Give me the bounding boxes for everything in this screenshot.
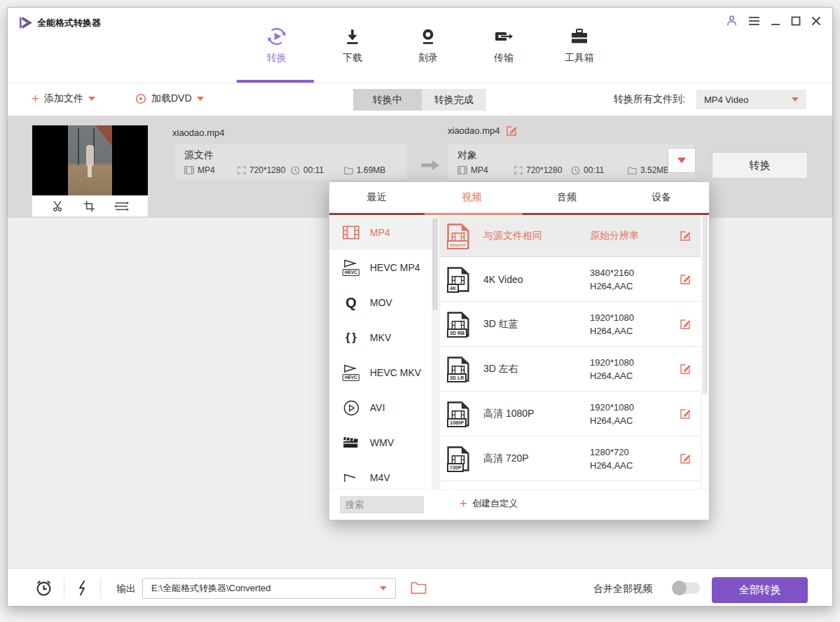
app-title: 全能格式转换器 bbox=[37, 17, 101, 29]
format-list-scrollbar[interactable] bbox=[432, 215, 439, 489]
effects-sliders-icon[interactable] bbox=[114, 200, 129, 212]
create-custom-button[interactable]: + 创建自定义 bbox=[460, 497, 518, 510]
format-item-mov[interactable]: Q MOV bbox=[329, 285, 432, 320]
nav-tab-convert-label: 转换 bbox=[267, 52, 287, 64]
output-label: 输出 bbox=[116, 583, 136, 595]
divider bbox=[100, 579, 101, 597]
popup-tab-recent[interactable]: 最近 bbox=[329, 182, 425, 213]
film-icon bbox=[457, 166, 467, 174]
clock-icon bbox=[291, 166, 300, 175]
target-info-panel: 对象 MP4 720*1280 bbox=[448, 144, 694, 179]
menu-icon[interactable] bbox=[748, 16, 760, 26]
source-size: 1.69MB bbox=[344, 165, 397, 175]
nav-tab-download-label: 下载 bbox=[343, 52, 362, 64]
nav-tab-transfer[interactable]: 传输 bbox=[476, 25, 532, 64]
merge-videos-label: 合并全部视频 bbox=[593, 583, 652, 595]
popup-footer: + 创建自定义 bbox=[329, 489, 709, 520]
tab-converted[interactable]: 转换完成 bbox=[422, 89, 486, 111]
edit-preset-icon[interactable] bbox=[680, 408, 701, 420]
schedule-alarm-icon[interactable] bbox=[34, 579, 53, 597]
bottom-bar: 输出 E:\全能格式转换器\Converted 合并全部视频 全部转换 bbox=[8, 568, 832, 606]
quicktime-q-icon: Q bbox=[340, 291, 362, 314]
rename-edit-icon[interactable] bbox=[506, 125, 518, 137]
nav-tab-burn-label: 刻录 bbox=[418, 52, 438, 64]
convert-all-button[interactable]: 全部转换 bbox=[712, 577, 808, 603]
thumbnail-toolbar bbox=[32, 195, 148, 216]
target-file-name-row: xiaodao.mp4 bbox=[448, 125, 518, 137]
minimize-icon[interactable] bbox=[771, 16, 780, 26]
format-item-hevc-mkv[interactable]: HEVC HEVC MKV bbox=[329, 355, 432, 390]
preset-row-same-as-source[interactable]: source 与源文件相同 原始分辨率 bbox=[440, 215, 701, 257]
format-picker-popup: 最近 视频 音频 设备 MP4 HEVC HEVC MP4 bbox=[329, 181, 710, 520]
close-icon[interactable] bbox=[811, 16, 821, 26]
output-path-caret-icon bbox=[380, 586, 387, 590]
nav-tab-download[interactable]: 下载 bbox=[324, 25, 380, 64]
preset-row-4k[interactable]: 4K 4K Video 3840*2160H264,AAC bbox=[440, 257, 701, 302]
nav-tab-convert[interactable]: 转换 bbox=[249, 25, 305, 64]
add-file-label: 添加文件 bbox=[44, 92, 83, 105]
transfer-icon bbox=[494, 25, 514, 48]
format-item-hevc-mp4[interactable]: HEVC HEVC MP4 bbox=[329, 250, 432, 285]
convert-button[interactable]: 转换 bbox=[712, 152, 808, 179]
scrollbar-thumb[interactable] bbox=[432, 218, 438, 310]
maximize-icon[interactable] bbox=[791, 16, 801, 26]
format-item-wmv[interactable]: WMV bbox=[329, 425, 432, 460]
edit-preset-icon[interactable] bbox=[680, 318, 701, 330]
nav-tab-toolbox[interactable]: 工具箱 bbox=[551, 25, 607, 64]
convert-all-to-select[interactable]: MP4 Video bbox=[696, 90, 806, 109]
preset-row-3d-lr[interactable]: 3D LR 3D 左右 1920*1080H264,AAC bbox=[440, 347, 701, 392]
toolbox-icon bbox=[570, 25, 589, 48]
preset-row-1080p[interactable]: 1080P 高清 1080P 1920*1080H264,AAC bbox=[440, 392, 701, 436]
source-duration: 00:11 bbox=[291, 165, 344, 175]
film-icon bbox=[184, 166, 194, 174]
convert-all-to-label: 转换所有文件到: bbox=[614, 93, 685, 106]
format-item-m4v[interactable]: M4V bbox=[329, 460, 432, 489]
format-item-mp4[interactable]: MP4 bbox=[329, 215, 432, 250]
divider bbox=[64, 579, 64, 597]
dvd-disc-icon bbox=[135, 93, 146, 104]
clock-icon bbox=[571, 166, 580, 175]
preset-row-720p[interactable]: 720P 高清 720P 1280*720H264,AAC bbox=[440, 436, 701, 481]
format-item-mkv[interactable]: { } MKV bbox=[329, 320, 432, 355]
merge-videos-toggle[interactable] bbox=[672, 582, 700, 594]
add-file-button[interactable]: + 添加文件 bbox=[32, 92, 95, 105]
edit-preset-icon[interactable] bbox=[680, 273, 701, 285]
source-resolution: 720*1280 bbox=[237, 165, 291, 175]
high-speed-bolt-icon[interactable] bbox=[77, 580, 88, 596]
format-search-input[interactable] bbox=[340, 496, 424, 513]
scrollbar-thumb[interactable] bbox=[703, 215, 708, 394]
target-resolution: 720*1280 bbox=[514, 165, 571, 175]
preset-list-scrollbar[interactable] bbox=[701, 215, 708, 489]
load-dvd-button[interactable]: 加载DVD bbox=[135, 92, 204, 105]
crop-icon[interactable] bbox=[83, 200, 95, 212]
load-dvd-caret-icon bbox=[197, 97, 204, 101]
convert-icon bbox=[266, 25, 287, 48]
popup-tab-audio[interactable]: 音频 bbox=[519, 182, 614, 213]
video-preview-image bbox=[68, 125, 112, 195]
open-output-folder-icon[interactable] bbox=[411, 581, 427, 595]
popup-tab-device[interactable]: 设备 bbox=[614, 182, 710, 213]
preset-row-3d-rb[interactable]: 3D RB 3D 红蓝 1920*1080H264,AAC bbox=[440, 302, 701, 347]
edit-preset-icon[interactable] bbox=[680, 452, 701, 464]
trim-scissors-icon[interactable] bbox=[52, 200, 64, 212]
output-path-select[interactable]: E:\全能格式转换器\Converted bbox=[142, 578, 396, 599]
nav-tab-burn[interactable]: 刻录 bbox=[400, 25, 456, 64]
edit-preset-icon[interactable] bbox=[680, 363, 701, 375]
popup-tab-video[interactable]: 视频 bbox=[425, 182, 520, 213]
video-thumbnail-card bbox=[32, 125, 148, 216]
edit-preset-icon[interactable] bbox=[680, 230, 701, 242]
toolbar: + 添加文件 加载DVD 转换中 转换完成 转换所有文件到: MP4 Video bbox=[8, 83, 832, 116]
matroska-braces-icon: { } bbox=[340, 326, 362, 349]
account-icon[interactable] bbox=[726, 15, 738, 27]
source-file-name: xiaodao.mp4 bbox=[172, 127, 224, 138]
format-item-avi[interactable]: AVI bbox=[329, 390, 432, 425]
resolution-icon bbox=[514, 166, 523, 174]
tab-converting[interactable]: 转换中 bbox=[353, 89, 422, 111]
target-format-dropdown-button[interactable] bbox=[668, 148, 696, 173]
nav-tab-transfer-label: 传输 bbox=[494, 52, 514, 64]
hevc-pennant-icon: HEVC bbox=[340, 361, 362, 384]
burn-disc-icon bbox=[419, 25, 437, 48]
preset-doc-icon: 3D RB bbox=[447, 311, 469, 338]
preset-doc-icon: 3D LR bbox=[447, 356, 469, 382]
preset-doc-icon: 1080P bbox=[447, 401, 469, 427]
